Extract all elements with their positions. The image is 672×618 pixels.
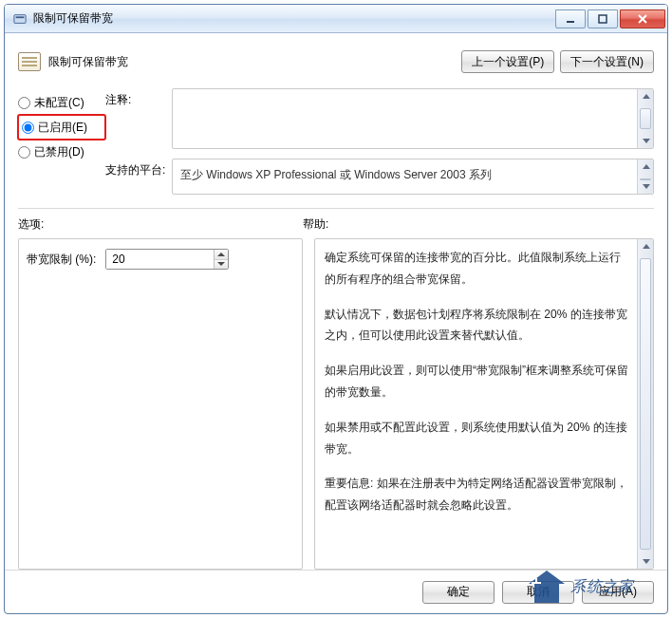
policy-page-icon [18,52,41,71]
help-pane[interactable]: 确定系统可保留的连接带宽的百分比。此值限制系统上运行的所有程序的组合带宽保留。 … [314,238,654,570]
work-row: 带宽限制 (%): 确定系统可保留的连接带宽的百分比。此值限制系统上运行的所有程… [5,238,667,570]
help-paragraph: 默认情况下，数据包计划程序将系统限制在 20% 的连接带宽之内，但可以使用此设置… [325,304,628,347]
titlebar-buttons [555,9,665,28]
bandwidth-input[interactable] [106,250,213,269]
dialog-window: 限制可保留带宽 限制可保留带宽 上一个设置(P) 下一个设置(N) [4,4,668,614]
svg-rect-3 [599,15,607,23]
divider [18,208,654,209]
comment-label: 注释: [105,88,172,108]
platform-text: 至少 Windows XP Professional 或 Windows Ser… [172,159,654,195]
ok-button[interactable]: 确定 [422,581,495,604]
titlebar[interactable]: 限制可保留带宽 [5,5,667,33]
radio-enabled[interactable]: 已启用(E) [18,115,105,140]
scrollbar-vertical[interactable] [637,239,653,569]
policy-icon [12,11,28,27]
help-heading: 帮助: [303,216,654,233]
help-paragraph: 确定系统可保留的连接带宽的百分比。此值限制系统上运行的所有程序的组合带宽保留。 [325,247,628,290]
section-headings: 选项: 帮助: [5,215,667,238]
state-radio-group: 未配置(C) 已启用(E) 已禁用(D) [18,88,105,195]
cancel-button[interactable]: 取消 [502,581,574,604]
client-area: 限制可保留带宽 上一个设置(P) 下一个设置(N) 未配置(C) 已启用(E) [5,33,667,613]
bandwidth-option-row: 带宽限制 (%): [27,249,294,270]
help-paragraph: 重要信息: 如果在注册表中为特定网络适配器设置带宽限制，配置该网络适配器时就会忽… [325,473,628,516]
window-title: 限制可保留带宽 [33,10,113,27]
options-pane: 带宽限制 (%): [18,238,303,570]
apply-button[interactable]: 应用(A) [582,581,654,604]
help-paragraph: 如果禁用或不配置此设置，则系统使用默认值为 20% 的连接带宽。 [325,417,628,460]
radio-disabled-input[interactable] [18,146,30,159]
chevron-up-icon [217,253,225,256]
svg-rect-1 [16,16,25,18]
close-button[interactable] [620,9,665,28]
options-heading: 选项: [18,216,303,233]
config-row: 未配置(C) 已启用(E) 已禁用(D) 注释: 支持的平台: [5,84,667,195]
minimize-button[interactable] [555,9,586,28]
prev-setting-button[interactable]: 上一个设置(P) [461,50,554,73]
radio-not-configured-input[interactable] [18,97,30,109]
page-title: 限制可保留带宽 [48,54,128,70]
scrollbar-thumb[interactable] [640,178,651,180]
bandwidth-spinner[interactable] [105,249,229,270]
maximize-button[interactable] [588,9,618,28]
dialog-footer: 确定 取消 应用(A) [5,570,667,613]
radio-disabled[interactable]: 已禁用(D) [18,140,105,164]
bandwidth-label: 带宽限制 (%): [27,252,96,268]
radio-enabled-input[interactable] [22,122,34,134]
spinner-up-button[interactable] [215,250,229,259]
radio-not-configured[interactable]: 未配置(C) [18,90,105,115]
scrollbar-thumb[interactable] [640,108,651,129]
scrollbar-vertical[interactable] [637,89,653,148]
meta-column: 注释: 支持的平台: 至少 Windows XP Professional 或 … [105,88,654,195]
spinner-buttons [214,250,229,269]
next-setting-button[interactable]: 下一个设置(N) [560,50,654,73]
spinner-down-button[interactable] [215,259,229,270]
platform-label: 支持的平台: [105,159,172,178]
comment-textarea[interactable] [172,88,654,149]
header-row: 限制可保留带宽 上一个设置(P) 下一个设置(N) [5,33,667,84]
scrollbar-thumb[interactable] [640,258,651,550]
help-paragraph: 如果启用此设置，则可以使用“带宽限制”框来调整系统可保留的带宽数量。 [325,360,628,403]
svg-rect-0 [14,14,26,23]
scrollbar-vertical[interactable] [637,159,653,194]
chevron-down-icon [217,262,225,266]
